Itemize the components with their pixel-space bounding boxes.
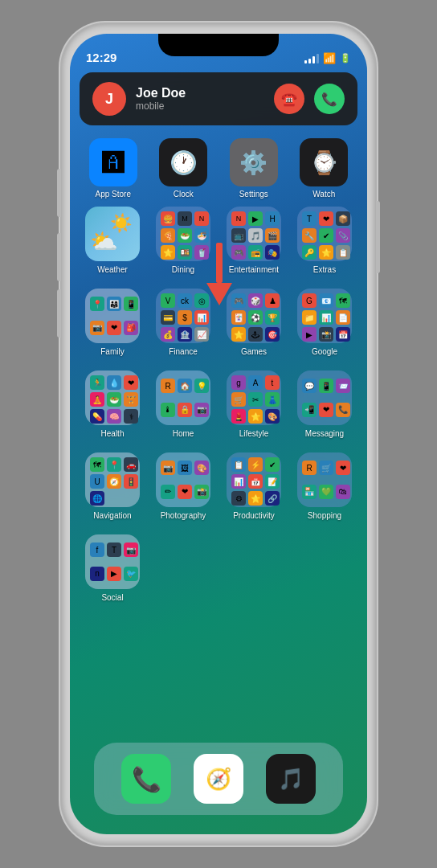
app-label-family: Family <box>100 347 124 356</box>
app-item-clock[interactable]: 🕐 Clock <box>152 138 216 199</box>
app-folder-family[interactable]: 📍 👨‍👩‍👧 📱 📷 ❤ 🎒 Family <box>81 289 144 356</box>
status-time: 12:29 <box>86 51 116 64</box>
dock: 📞 🧭 🎵 <box>94 743 343 815</box>
caller-name: Joe Doe <box>136 86 274 100</box>
app-label-health: Health <box>101 429 125 438</box>
phone-screen: 12:29 📶 🔋 J Joe Doe mobile <box>70 34 367 834</box>
app-label-extras: Extras <box>313 265 336 274</box>
app-folder-dining[interactable]: 🍔 M N 🍕 🥗 🍜 ⭐ 🍱 🥤 Dining <box>152 207 214 274</box>
app-folder-health[interactable]: 🏃 💧 ❤ 🧘 🥗 🏋 💊 🧠 ⚕ Health <box>81 371 144 438</box>
app-label-shopping: Shopping <box>308 511 341 520</box>
app-label-productivity: Productivity <box>233 511 275 520</box>
app-label-appstore: App Store <box>96 190 131 199</box>
app-folder-entertainment[interactable]: N ▶ H 📺 🎵 🎬 🎮 📻 🎭 Entertainment <box>223 207 285 274</box>
app-folder-shopping[interactable]: R 🛒 ❤ 🏪 💚 🛍 Shopping <box>293 452 356 520</box>
dock-phone-button[interactable]: 📞 <box>121 754 171 804</box>
app-folder-google[interactable]: G 📧 🗺 📁 📊 📄 ▶ 📸 📅 Google <box>293 289 356 356</box>
caller-type: mobile <box>136 100 274 112</box>
app-label-entertainment: Entertainment <box>229 265 279 274</box>
app-folder-photography[interactable]: 📷 🖼 🎨 ✏ ❤ 📸 Photography <box>152 452 214 520</box>
battery-icon: 🔋 <box>340 53 351 63</box>
app-folder-social[interactable]: f T 📷 n ▶ 🐦 Social <box>81 534 144 602</box>
top-app-row: 🅰 App Store 🕐 Clock ⚙️ Settings ⌚ <box>70 138 367 199</box>
app-label-photography: Photography <box>161 511 206 520</box>
app-label-lifestyle: Lifestyle <box>239 429 269 438</box>
app-item-appstore[interactable]: 🅰 App Store <box>81 138 145 199</box>
app-label-finance: Finance <box>169 347 198 356</box>
accept-call-button[interactable]: 📞 <box>314 84 345 114</box>
caller-avatar: J <box>92 82 126 116</box>
app-folder-home[interactable]: R 🏠 💡 🌡 🔒 📷 Home <box>152 371 214 438</box>
status-icons: 📶 🔋 <box>304 52 351 64</box>
app-label-watch: Watch <box>312 190 335 199</box>
app-folder-productivity[interactable]: 📋 ⚡ ✔ 📊 📅 📝 ⚙ ⭐ 🔗 Productivity <box>223 452 285 520</box>
app-grid: ☀️ ⛅ Weather 🍔 M N 🍕 🥗 🍜 ⭐ 🍱 🥤 <box>70 207 367 602</box>
signal-icon <box>304 54 319 63</box>
dock-safari-button[interactable]: 🧭 <box>194 754 243 804</box>
app-label-social: Social <box>101 593 123 602</box>
call-banner: J Joe Doe mobile ☎️ 📞 <box>80 72 357 125</box>
wifi-icon: 📶 <box>323 52 336 64</box>
app-label-settings: Settings <box>239 190 268 199</box>
notch <box>158 34 279 56</box>
app-folder-navigation[interactable]: 🗺 📍 🚗 U 🧭 🚦 🌐 Navigation <box>81 452 144 520</box>
caller-info: Joe Doe mobile <box>136 86 274 112</box>
app-label-home: Home <box>173 429 194 438</box>
dock-spotify-button[interactable]: 🎵 <box>266 754 316 804</box>
app-folder-messaging[interactable]: 💬 📱 📨 📲 ❤ 📞 Messaging <box>293 371 356 438</box>
app-label-dining: Dining <box>172 265 194 274</box>
app-folder-weather[interactable]: ☀️ ⛅ Weather <box>81 207 144 274</box>
app-label-clock: Clock <box>174 190 194 199</box>
app-folder-lifestyle[interactable]: g A t 🛒 ✂ 👗 💄 ⭐ 🎨 Lifestyle <box>223 371 285 438</box>
app-label-messaging: Messaging <box>305 429 344 438</box>
app-item-settings[interactable]: ⚙️ Settings <box>222 138 286 199</box>
phone-frame: 12:29 📶 🔋 J Joe Doe mobile <box>62 24 375 844</box>
app-label-weather: Weather <box>97 265 128 274</box>
app-item-watch[interactable]: ⌚ Watch <box>292 138 357 199</box>
app-folder-finance[interactable]: V ck ◎ 💳 $ 📊 💰 🏦 📈 Finance <box>152 289 214 356</box>
app-label-navigation: Navigation <box>93 511 131 520</box>
app-label-games: Games <box>241 347 267 356</box>
app-folder-extras[interactable]: T ❤ 📦 🔧 ✔ 📎 🔑 ⭐ 📋 Extras <box>293 207 356 274</box>
decline-call-button[interactable]: ☎️ <box>274 84 304 114</box>
app-folder-games[interactable]: 🎮 🎲 ♟ 🃏 ⚽ 🏆 ⭐ 🕹 🎯 Games <box>223 289 285 356</box>
app-label-google: Google <box>312 347 337 356</box>
call-actions: ☎️ 📞 <box>274 84 345 114</box>
